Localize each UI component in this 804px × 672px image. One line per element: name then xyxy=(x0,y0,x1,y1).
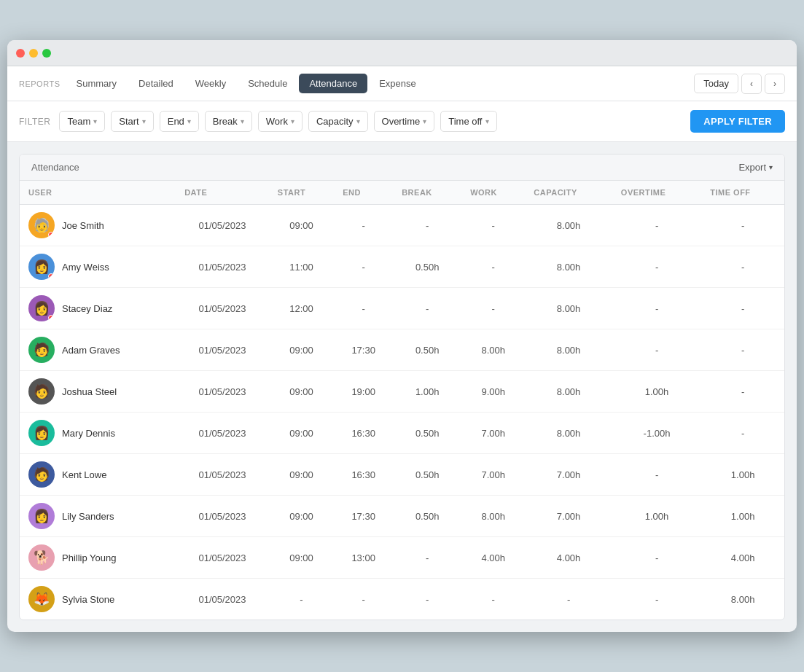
user-cell: 👩Amy Weiss xyxy=(20,246,176,288)
user-info: 🧑Joshua Steel xyxy=(28,378,167,405)
cell-overtime: 1.00h xyxy=(612,496,701,537)
today-button[interactable]: Today xyxy=(694,74,738,93)
filter-label-team: Team xyxy=(67,116,90,127)
filter-dropdown-capacity[interactable]: Capacity▾ xyxy=(308,111,368,132)
cell-end: - xyxy=(334,246,393,288)
user-cell: 🧑Kent Lowe xyxy=(20,454,176,496)
user-info: 👩Stacey Diaz xyxy=(28,295,167,321)
filter-dropdown-work[interactable]: Work▾ xyxy=(258,111,303,132)
user-info: 🐕Phillip Young xyxy=(28,544,167,571)
cell-end: - xyxy=(334,205,393,246)
filter-dropdown-break[interactable]: Break▾ xyxy=(205,111,252,132)
filter-label-end: End xyxy=(168,116,184,127)
col-header-user: USER xyxy=(20,181,176,205)
filter-label-timeoff: Time off xyxy=(448,116,482,127)
table-header-row: USERDATESTARTENDBREAKWORKCAPACITYOVERTIM… xyxy=(20,181,784,205)
cell-capacity: 7.00h xyxy=(525,454,612,496)
table-row: 👩Amy Weiss01/05/202311:00-0.50h-8.00h-- xyxy=(20,246,784,288)
cell-start: - xyxy=(269,579,334,620)
cell-end: 16:30 xyxy=(334,454,393,496)
cell-date: 01/05/2023 xyxy=(176,413,269,454)
filter-dropdown-start[interactable]: Start▾ xyxy=(111,111,153,132)
export-button[interactable]: Export ▾ xyxy=(738,162,773,173)
cell-break: 0.50h xyxy=(393,329,461,371)
table-row: 🧓Joe Smith01/05/202309:00---8.00h-- xyxy=(20,205,784,246)
filter-chevron-timeoff-icon: ▾ xyxy=(485,117,489,125)
minimize-button[interactable] xyxy=(29,49,38,58)
cell-capacity: 8.00h xyxy=(525,329,612,371)
table-body: 🧓Joe Smith01/05/202309:00---8.00h--👩Amy … xyxy=(20,205,784,620)
cell-work: 8.00h xyxy=(461,329,525,371)
nav-tab-schedule[interactable]: Schedule xyxy=(238,74,297,93)
cell-date: 01/05/2023 xyxy=(176,329,269,371)
col-header-end: END xyxy=(334,181,393,205)
close-button[interactable] xyxy=(16,49,25,58)
cell-timeoff: - xyxy=(701,371,784,413)
nav-tab-detailed[interactable]: Detailed xyxy=(128,74,184,93)
next-arrow[interactable]: › xyxy=(765,74,785,94)
filter-label-capacity: Capacity xyxy=(316,116,354,127)
cell-start: 09:00 xyxy=(269,454,334,496)
avatar: 👩 xyxy=(28,254,55,280)
cell-start: 09:00 xyxy=(269,537,334,579)
table-section-title: Attendance xyxy=(31,162,79,173)
apply-filter-button[interactable]: APPLY FILTER xyxy=(690,110,785,133)
col-header-date: DATE xyxy=(176,181,269,205)
cell-break: 0.50h xyxy=(393,454,461,496)
cell-timeoff: - xyxy=(701,288,784,329)
cell-start: 09:00 xyxy=(269,413,334,454)
app-window: REPORTS SummaryDetailedWeeklyScheduleAtt… xyxy=(7,40,797,632)
filter-dropdown-team[interactable]: Team▾ xyxy=(59,111,105,132)
cell-break: - xyxy=(393,205,461,246)
user-info: 👩Mary Dennis xyxy=(28,420,167,446)
cell-date: 01/05/2023 xyxy=(176,205,269,246)
maximize-button[interactable] xyxy=(42,49,51,58)
filter-dropdown-timeoff[interactable]: Time off▾ xyxy=(440,111,496,132)
filter-chevron-start-icon: ▾ xyxy=(142,117,146,125)
cell-break: 0.50h xyxy=(393,413,461,454)
user-info: 🧑Adam Graves xyxy=(28,337,167,363)
cell-overtime: - xyxy=(612,205,701,246)
avatar: 🧑 xyxy=(28,378,55,405)
user-info: 🧓Joe Smith xyxy=(28,212,167,238)
user-name: Adam Graves xyxy=(62,345,120,356)
col-header-start: START xyxy=(269,181,334,205)
cell-overtime: - xyxy=(612,246,701,288)
prev-arrow[interactable]: ‹ xyxy=(741,74,762,94)
cell-work: 4.00h xyxy=(461,537,525,579)
cell-capacity: 8.00h xyxy=(525,246,612,288)
cell-start: 12:00 xyxy=(269,288,334,329)
avatar: 🐕 xyxy=(28,544,55,571)
cell-end: - xyxy=(334,288,393,329)
user-cell: 👩Mary Dennis xyxy=(20,413,176,454)
nav-tabs: SummaryDetailedWeeklyScheduleAttendanceE… xyxy=(66,74,694,93)
table-row: 👩Lily Sanders01/05/202309:0017:300.50h8.… xyxy=(20,496,784,537)
cell-work: - xyxy=(461,246,525,288)
cell-date: 01/05/2023 xyxy=(176,371,269,413)
user-name: Joshua Steel xyxy=(62,386,117,397)
cell-start: 11:00 xyxy=(269,246,334,288)
cell-capacity: - xyxy=(525,579,612,620)
nav-tab-summary[interactable]: Summary xyxy=(66,74,127,93)
cell-end: 17:30 xyxy=(334,496,393,537)
filter-label-break: Break xyxy=(213,116,238,127)
cell-overtime: - xyxy=(612,288,701,329)
nav-tab-expense[interactable]: Expense xyxy=(369,74,426,93)
cell-date: 01/05/2023 xyxy=(176,288,269,329)
nav-tab-attendance[interactable]: Attendance xyxy=(299,74,367,93)
filter-dropdown-end[interactable]: End▾ xyxy=(160,111,199,132)
cell-work: 7.00h xyxy=(461,413,525,454)
user-name: Joe Smith xyxy=(62,220,104,231)
filter-dropdown-overtime[interactable]: Overtime▾ xyxy=(374,111,435,132)
user-cell: 🐕Phillip Young xyxy=(20,537,176,579)
cell-work: - xyxy=(461,205,525,246)
col-header-time-off: TIME OFF xyxy=(701,181,784,205)
table-row: 👩Stacey Diaz01/05/202312:00---8.00h-- xyxy=(20,288,784,329)
nav-tab-weekly[interactable]: Weekly xyxy=(185,74,236,93)
user-name: Amy Weiss xyxy=(62,262,109,273)
cell-overtime: - xyxy=(612,537,701,579)
cell-capacity: 8.00h xyxy=(525,413,612,454)
user-cell: 👩Stacey Diaz xyxy=(20,288,176,329)
table-header-bar: Attendance Export ▾ xyxy=(20,155,784,181)
cell-start: 09:00 xyxy=(269,329,334,371)
